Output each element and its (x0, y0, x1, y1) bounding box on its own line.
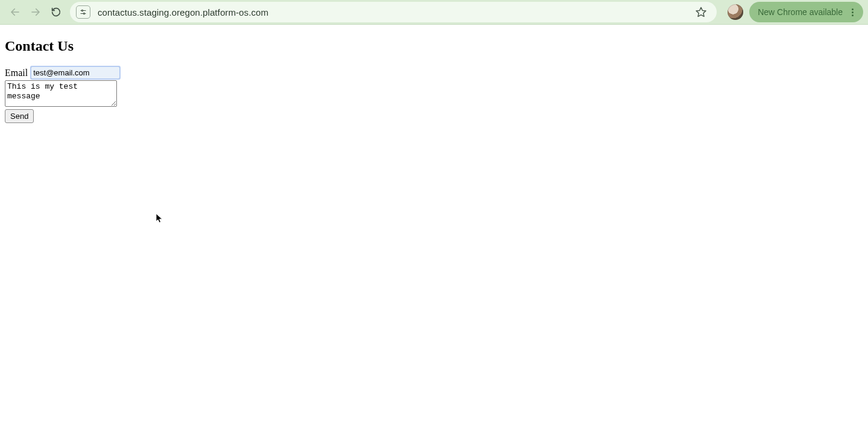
back-button[interactable] (5, 2, 25, 22)
email-label: Email (5, 68, 28, 78)
page-content: Contact Us Email Send (0, 25, 868, 128)
arrow-right-icon (30, 7, 41, 17)
update-chrome-button[interactable]: New Chrome available (749, 2, 863, 22)
svg-point-3 (81, 10, 83, 11)
tune-icon (80, 8, 87, 16)
arrow-left-icon (10, 7, 20, 17)
mouse-cursor-icon (156, 213, 164, 224)
address-bar[interactable]: contactus.staging.oregon.platform-os.com (70, 2, 717, 22)
reload-icon (51, 7, 61, 17)
contact-form: Email Send (5, 66, 863, 123)
site-info-button[interactable] (76, 5, 90, 19)
browser-toolbar: contactus.staging.oregon.platform-os.com… (0, 0, 868, 25)
email-input[interactable] (31, 66, 120, 79)
email-row: Email (5, 66, 863, 79)
svg-point-5 (83, 13, 84, 14)
page-title: Contact Us (5, 38, 863, 54)
star-icon (695, 6, 707, 18)
message-textarea[interactable] (5, 80, 117, 107)
reload-button[interactable] (46, 2, 66, 22)
more-vert-icon (848, 8, 857, 16)
svg-marker-7 (156, 214, 162, 223)
profile-avatar[interactable] (728, 4, 743, 20)
svg-marker-6 (696, 7, 706, 16)
send-button[interactable]: Send (5, 109, 34, 123)
address-bar-container: contactus.staging.oregon.platform-os.com (70, 2, 717, 22)
forward-button[interactable] (25, 2, 46, 22)
update-label: New Chrome available (758, 7, 843, 17)
url-text[interactable]: contactus.staging.oregon.platform-os.com (98, 7, 694, 17)
bookmark-button[interactable] (694, 5, 708, 19)
